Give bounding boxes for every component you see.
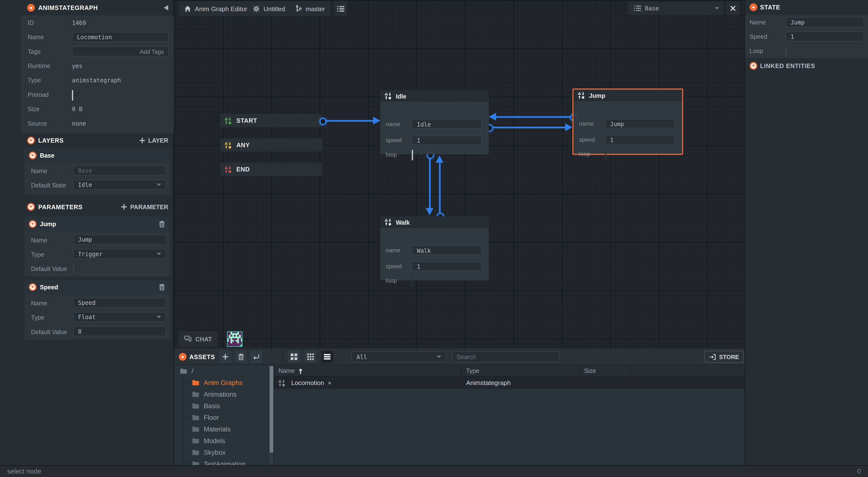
scene-settings-button[interactable]: Untitled <box>247 1 290 16</box>
node-idle-name-input[interactable]: Idle <box>412 120 482 129</box>
graph-node-any[interactable]: ANY <box>220 138 322 151</box>
node-idle-speed-input[interactable]: 1 <box>412 136 482 145</box>
tree-item-models[interactable]: Models <box>175 435 270 446</box>
param-type-label: Type <box>31 312 44 323</box>
tree-item-materials[interactable]: Materials <box>175 423 270 435</box>
state-name-input[interactable]: Jump <box>785 17 864 27</box>
runtime-row: Runtime yes <box>21 59 174 73</box>
param-speed-type-select[interactable]: Float <box>73 312 166 322</box>
add-asset-button[interactable] <box>219 351 231 363</box>
node-walk-loop-checkbox[interactable] <box>412 276 413 286</box>
node-jump-loop-checkbox[interactable] <box>605 149 606 160</box>
runtime-value: yes <box>72 59 83 73</box>
node-name-label: name <box>386 245 400 255</box>
node-jump-name-input[interactable]: Jump <box>605 119 675 128</box>
parameter-jump-collapse-icon[interactable] <box>29 220 37 228</box>
view-list-button[interactable] <box>321 351 333 363</box>
delete-parameter-icon[interactable] <box>159 221 165 227</box>
collapse-circle-icon[interactable] <box>27 4 35 12</box>
state-node-walk[interactable]: Walk name Walk speed 1 loop <box>380 216 489 280</box>
branch-button[interactable]: master <box>290 1 331 16</box>
asset-row-locomotion[interactable]: Locomotion Animstategraph <box>274 377 745 389</box>
store-button[interactable]: STORE <box>704 351 744 363</box>
delete-asset-button[interactable] <box>235 351 247 363</box>
node-speed-label: speed <box>386 136 402 145</box>
editor-menu-button[interactable]: Anim Graph Editor <box>179 1 253 16</box>
asset-fields: ID 1469 Name Locomotion Tags Add Tags Ru… <box>21 15 174 133</box>
state-section-header[interactable]: STATE <box>745 0 868 15</box>
state-node-walk-header[interactable]: Walk <box>380 216 489 228</box>
tree-item-animations[interactable]: Animations <box>175 388 270 400</box>
node-walk-speed-input[interactable]: 1 <box>412 262 482 271</box>
store-icon <box>709 354 716 360</box>
assets-collapse-icon[interactable] <box>179 353 187 361</box>
param-jump-default-checkbox[interactable] <box>73 264 74 274</box>
state-collapse-icon[interactable] <box>749 3 757 11</box>
state-loop-checkbox[interactable] <box>785 46 787 57</box>
chat-button[interactable]: CHAT <box>179 331 217 347</box>
default-state-select[interactable]: Idle <box>73 180 166 190</box>
layer-name-input[interactable]: Base <box>73 165 166 175</box>
param-jump-name-input[interactable]: Jump <box>73 235 166 244</box>
param-speed-default-input[interactable]: 0 <box>73 327 166 336</box>
node-walk-name-input[interactable]: Walk <box>412 245 482 255</box>
parameter-speed-collapse-icon[interactable] <box>29 283 37 291</box>
status-counter[interactable]: 0 <box>857 466 861 477</box>
parameter-jump-header[interactable]: Jump <box>25 217 170 231</box>
tree-item-basis[interactable]: Basis <box>175 400 270 412</box>
add-layer-button[interactable]: LAYER <box>140 137 168 144</box>
column-name[interactable]: Name <box>278 365 303 377</box>
state-node-jump-header[interactable]: Jump <box>574 90 682 101</box>
state-speed-input[interactable]: 1 <box>785 32 864 41</box>
collapse-panel-icon[interactable] <box>164 5 168 11</box>
tree-item-floor[interactable]: Floor <box>175 412 270 423</box>
graph-node-start[interactable]: START <box>220 114 322 127</box>
tree-item-root[interactable]: / <box>175 365 270 377</box>
state-node-jump[interactable]: Jump name Jump speed 1 loop <box>572 89 683 155</box>
user-avatar[interactable] <box>227 331 243 347</box>
graph-layer-selector[interactable]: Base <box>628 2 723 15</box>
graph-canvas[interactable]: Anim Graph Editor Untitled master Base S… <box>175 0 745 348</box>
node-name-label: name <box>579 119 594 128</box>
name-input[interactable]: Locomotion <box>72 32 169 42</box>
linked-entities-collapse-icon[interactable] <box>749 62 757 70</box>
asset-row-name: Locomotion <box>291 379 324 386</box>
view-large-grid-button[interactable] <box>288 351 300 363</box>
state-node-idle[interactable]: Idle name Idle speed 1 loop <box>380 90 489 154</box>
view-small-grid-button[interactable] <box>304 351 316 363</box>
layers-collapse-icon[interactable] <box>27 137 35 144</box>
home-icon <box>184 5 191 12</box>
close-graph-button[interactable] <box>726 2 740 15</box>
column-type[interactable]: Type <box>466 365 479 377</box>
asset-search-input[interactable]: Search <box>452 351 559 363</box>
tree-scrollbar-thumb[interactable] <box>270 366 274 452</box>
tags-input[interactable]: Add Tags <box>72 46 169 57</box>
node-jump-speed-input[interactable]: 1 <box>605 135 675 144</box>
type-row: Type animstategraph <box>21 73 174 88</box>
delete-parameter-icon[interactable] <box>159 284 165 290</box>
param-speed-name-input[interactable]: Speed <box>73 298 166 307</box>
asset-type-filter[interactable]: All <box>351 351 446 363</box>
menu-list-button[interactable] <box>334 1 347 16</box>
default-state-label: Default State <box>31 180 66 191</box>
node-loop-label: loop <box>386 150 397 159</box>
node-idle-loop-checkbox[interactable] <box>412 150 413 160</box>
linked-entities-header[interactable]: LINKED ENTITIES <box>745 58 868 74</box>
graph-node-end[interactable]: END <box>220 163 322 176</box>
column-size[interactable]: Size <box>584 365 596 377</box>
tree-item-anim-graphs[interactable]: Anim Graphs <box>175 377 270 388</box>
tree-item-skybox[interactable]: Skybox <box>175 446 270 458</box>
layer-base-header[interactable]: Base <box>25 148 170 163</box>
parameters-collapse-icon[interactable] <box>27 203 35 211</box>
layers-section-header[interactable]: LAYERS LAYER <box>0 133 173 148</box>
layer-base-collapse-icon[interactable] <box>29 151 37 159</box>
type-label: Type <box>28 73 41 88</box>
animstategraph-section-header[interactable]: ANIMSTATEGRAPH <box>0 0 173 15</box>
parameters-section-header[interactable]: PARAMETERS PARAMETER <box>0 199 173 214</box>
param-jump-type-select[interactable]: Trigger <box>73 249 166 259</box>
preload-checkbox[interactable] <box>72 90 73 101</box>
reimport-asset-button[interactable] <box>250 351 262 363</box>
parameter-speed-header[interactable]: Speed <box>25 280 170 294</box>
state-node-idle-header[interactable]: Idle <box>380 90 489 102</box>
add-parameter-button[interactable]: PARAMETER <box>121 204 168 210</box>
